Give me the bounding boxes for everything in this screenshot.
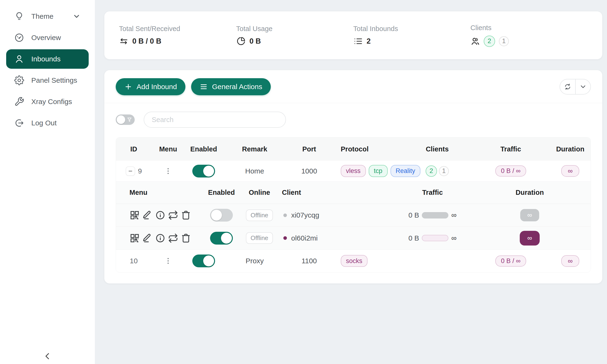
clients-disabled-badge: 1 (439, 166, 449, 176)
sub-header-duration: Duration (481, 189, 578, 196)
sidebar-item-panel-settings[interactable]: Panel Settings (6, 71, 89, 90)
stat-total-sent-received: Total Sent/Received 0 B / 0 B (119, 25, 236, 46)
sub-header-traffic: Traffic (384, 189, 481, 196)
inbound-enabled-toggle[interactable] (192, 255, 215, 267)
add-inbound-button[interactable]: Add Inbound (116, 78, 185, 95)
swap-arrows-icon (119, 37, 129, 46)
gear-icon (14, 75, 24, 85)
chevron-down-icon (73, 12, 81, 20)
duration-badge: ∞ (561, 165, 580, 177)
client-enabled-toggle[interactable] (210, 209, 233, 221)
app-root: Theme Overview Inbounds (0, 0, 607, 364)
sidebar-item-inbounds[interactable]: Inbounds (6, 49, 89, 69)
stat-total-inbounds: Total Inbounds 2 (353, 25, 470, 46)
inbound-id: 10 (130, 257, 138, 265)
header-clients: Clients (403, 145, 472, 153)
table-options-button[interactable] (575, 79, 590, 94)
delete-client-button[interactable] (181, 210, 191, 221)
sub-header-menu: Menu (116, 189, 206, 196)
enabled-cell (185, 165, 223, 178)
sidebar-item-label: Xray Configs (31, 98, 72, 106)
header-duration: Duration (550, 145, 591, 153)
reset-traffic-button[interactable] (168, 210, 178, 221)
refresh-icon (564, 83, 571, 91)
stat-label: Total Sent/Received (119, 25, 236, 33)
sub-header-client: Client (282, 189, 384, 196)
client-traffic-cell: 0 B ∞ (384, 234, 481, 242)
header-traffic: Traffic (472, 145, 550, 153)
client-online-cell: Offline (237, 209, 282, 221)
trash-icon (181, 233, 191, 243)
menu-cell (152, 257, 185, 265)
stat-clients: Clients 2 1 (470, 24, 588, 47)
filter-toggle[interactable] (116, 115, 135, 125)
general-actions-button[interactable]: General Actions (191, 78, 271, 95)
client-info-button[interactable] (155, 233, 166, 243)
stat-total-usage: Total Usage 0 B (236, 25, 353, 46)
enabled-cell (185, 255, 223, 267)
sidebar-item-theme[interactable]: Theme (6, 7, 89, 26)
row-menu-button[interactable] (164, 167, 172, 175)
duration-badge: ∞ (520, 209, 539, 221)
client-duration-cell: ∞ (481, 209, 578, 221)
sidebar-item-label: Inbounds (31, 55, 60, 63)
client-row-xi07ycqg: Offline xi07ycqg 0 B ∞ ∞ (116, 204, 591, 227)
traffic-cell: 0 B / ∞ (472, 256, 550, 267)
inbound-id: 9 (138, 167, 142, 175)
inbounds-card: Add Inbound General Actions (104, 70, 602, 284)
remark-cell: Home (223, 167, 287, 175)
row-menu-button[interactable] (164, 257, 172, 265)
info-icon (155, 233, 166, 243)
sidebar-item-log-out[interactable]: Log Out (6, 113, 89, 133)
sidebar-item-xray-configs[interactable]: Xray Configs (6, 92, 89, 111)
header-remark: Remark (223, 145, 287, 153)
header-protocol: Protocol (332, 145, 403, 153)
qr-code-button[interactable] (130, 233, 140, 243)
client-enabled-toggle[interactable] (210, 232, 233, 245)
sidebar-item-label: Theme (31, 12, 53, 20)
traffic-used: 0 B (408, 211, 419, 219)
header-id: ID (116, 145, 152, 153)
general-actions-label: General Actions (212, 83, 262, 91)
inbound-row-9: 9 Home 1000 vles (116, 161, 591, 182)
search-input[interactable] (144, 112, 286, 128)
qr-code-button[interactable] (130, 210, 140, 221)
filter-funnel-icon (126, 117, 132, 124)
client-traffic-cell: 0 B ∞ (384, 211, 481, 220)
clients-sub-section: Menu Enabled Online Client Traffic Durat… (116, 182, 591, 249)
inbound-enabled-toggle[interactable] (192, 165, 215, 178)
inbounds-table: ID Menu Enabled Remark Port Protocol Cli… (116, 137, 591, 273)
sidebar-item-label: Panel Settings (31, 76, 77, 84)
stats-card: Total Sent/Received 0 B / 0 B Total Usag… (104, 11, 602, 59)
traffic-badge: 0 B / ∞ (495, 165, 526, 177)
sub-header-enabled: Enabled (206, 189, 237, 196)
refresh-button[interactable] (560, 79, 575, 94)
collapse-row-button[interactable] (126, 166, 135, 176)
edit-client-button[interactable] (142, 233, 153, 243)
toggle-knob (211, 210, 222, 221)
clients-disabled-badge: 1 (499, 36, 509, 46)
client-info-button[interactable] (155, 210, 166, 221)
delete-client-button[interactable] (181, 233, 191, 243)
client-enabled-cell (206, 209, 237, 221)
remark-cell: Proxy (223, 257, 287, 265)
toggle-knob (221, 233, 232, 244)
id-cell: 9 (116, 166, 152, 176)
wrench-icon (14, 97, 24, 107)
client-name-cell: ol60i2mi (282, 234, 384, 242)
clients-enabled-badge: 2 (426, 165, 437, 177)
port-cell: 1100 (287, 257, 332, 265)
duration-badge: ∞ (561, 255, 580, 267)
port-cell: 1000 (287, 167, 332, 175)
edit-client-button[interactable] (142, 210, 153, 221)
client-status-dot (283, 236, 287, 240)
qr-code-icon (130, 210, 140, 221)
client-name-cell: xi07ycqg (282, 211, 384, 219)
network-tag: tcp (369, 165, 388, 177)
sidebar-item-overview[interactable]: Overview (6, 28, 89, 47)
header-enabled: Enabled (185, 145, 223, 153)
reset-traffic-button[interactable] (168, 233, 178, 243)
sidebar-collapse-button[interactable] (43, 352, 52, 361)
client-enabled-cell (206, 232, 237, 245)
toggle-knob (203, 166, 214, 177)
